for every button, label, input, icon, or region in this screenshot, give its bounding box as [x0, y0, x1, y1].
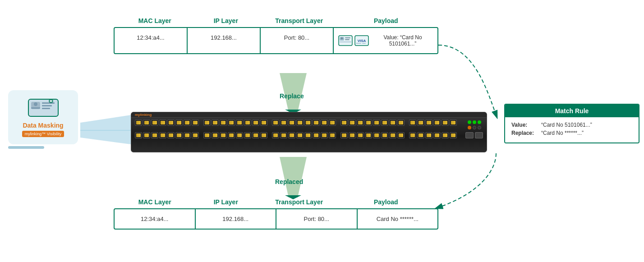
- port: [381, 132, 388, 138]
- svg-rect-21: [345, 37, 350, 38]
- match-rule-value-label: Value:: [511, 122, 538, 128]
- led-panel: [466, 120, 483, 130]
- bottom-payload-label: Payload: [345, 198, 427, 206]
- port: [321, 120, 328, 126]
- port: [373, 120, 380, 126]
- port: [236, 132, 243, 138]
- led-orange-1: [468, 126, 471, 129]
- port: [409, 132, 416, 138]
- port: [304, 132, 312, 138]
- port-group-bottom-4: [340, 132, 405, 138]
- payload-icons: VISA: [338, 35, 369, 46]
- bottom-transport-label: Transport Layer: [267, 198, 331, 206]
- port: [252, 132, 259, 138]
- port: [151, 120, 158, 126]
- port: [135, 132, 142, 138]
- port: [349, 120, 356, 126]
- port-group-bottom-2: [203, 132, 267, 138]
- port: [236, 120, 243, 126]
- port: [450, 120, 457, 126]
- id-card-small-icon: [338, 35, 353, 46]
- port: [175, 120, 183, 126]
- port-group-4: [340, 120, 405, 130]
- top-transport-value: Port: 80...: [261, 28, 334, 53]
- port: [260, 132, 267, 138]
- monitor-base: [8, 146, 44, 149]
- port: [220, 120, 227, 126]
- id-card-icon: [28, 97, 59, 119]
- visa-card-icon: VISA: [354, 35, 369, 46]
- top-payload-label: Payload: [345, 17, 427, 24]
- svg-rect-26: [356, 43, 361, 44]
- svg-text:VISA: VISA: [358, 39, 366, 43]
- match-rule-body: Value: “Card No 5101061...” Replace: “Ca…: [505, 117, 639, 142]
- port: [280, 132, 287, 138]
- bottom-mac-label: MAC Layer: [125, 198, 184, 206]
- match-rule-box: Match Rule Value: “Card No 5101061...” R…: [504, 104, 639, 143]
- svg-point-20: [341, 37, 343, 40]
- port: [212, 132, 219, 138]
- port: [167, 120, 175, 126]
- svg-marker-3: [80, 115, 131, 144]
- port: [252, 120, 259, 126]
- port: [357, 132, 364, 138]
- brand-badge: mylinking™ Visibility: [22, 131, 64, 137]
- bottom-payload-value: Card No ******...: [358, 209, 438, 229]
- switch-bottom-ports: [131, 132, 487, 140]
- switch-logo: mylinking: [135, 113, 152, 117]
- port: [288, 132, 295, 138]
- port: [321, 132, 328, 138]
- port: [260, 120, 267, 126]
- svg-point-17: [50, 100, 52, 102]
- bottom-packet-content: 12:34:a4... 192.168... Port: 80... Card …: [114, 208, 438, 230]
- led-row-2: [468, 126, 481, 129]
- port: [220, 132, 227, 138]
- port: [212, 120, 219, 126]
- rj45-port-2: [475, 132, 483, 138]
- replace-label: Replace: [280, 92, 304, 100]
- payload-value-prefix: Value: “: [383, 34, 401, 41]
- bottom-packet-box: MAC Layer IP Layer Transport Layer Paylo…: [114, 198, 438, 230]
- port: [143, 132, 150, 138]
- bottom-ip-label: IP Layer: [199, 198, 253, 206]
- led-green-1: [468, 120, 471, 124]
- match-rule-replace-text: “Card No ******...”: [541, 130, 584, 136]
- port: [151, 132, 158, 138]
- switch-ports-area: [131, 118, 487, 132]
- top-ip-label: IP Layer: [199, 17, 253, 24]
- led-green-3: [478, 120, 481, 124]
- top-payload-value: VISA Value: “Card No 5101061...”: [334, 28, 437, 53]
- match-rule-replace-row: Replace: “Card No ******...”: [511, 130, 632, 136]
- bottom-packet-headers: MAC Layer IP Layer Transport Layer Paylo…: [114, 198, 438, 206]
- port-group-bottom-1: [135, 132, 199, 138]
- port: [340, 132, 348, 138]
- port: [175, 132, 183, 138]
- port: [184, 120, 191, 126]
- port: [397, 132, 405, 138]
- port: [313, 120, 320, 126]
- rj45-port-1: [465, 132, 474, 138]
- port: [409, 120, 416, 126]
- switch-body: mylinking: [131, 112, 487, 152]
- svg-rect-14: [42, 105, 52, 106]
- port: [329, 120, 336, 126]
- svg-marker-6: [280, 157, 307, 198]
- port: [329, 132, 336, 138]
- port-group-bottom-3: [272, 132, 336, 138]
- port: [397, 120, 405, 126]
- top-payload-text: Value: “Card No 5101061...”: [373, 34, 433, 47]
- port: [203, 132, 211, 138]
- port: [244, 132, 251, 138]
- replaced-label: Replaced: [275, 178, 303, 185]
- port: [365, 120, 372, 126]
- port: [442, 132, 449, 138]
- top-packet-box: MAC Layer IP Layer Transport Layer Paylo…: [114, 17, 438, 54]
- port: [192, 120, 199, 126]
- port-group-5: [409, 120, 457, 130]
- port: [159, 132, 166, 138]
- svg-rect-13: [42, 102, 55, 104]
- port: [349, 132, 356, 138]
- rj45-ports: [465, 132, 483, 138]
- bottom-mac-value: 12:34:a4...: [115, 209, 196, 229]
- port: [417, 132, 424, 138]
